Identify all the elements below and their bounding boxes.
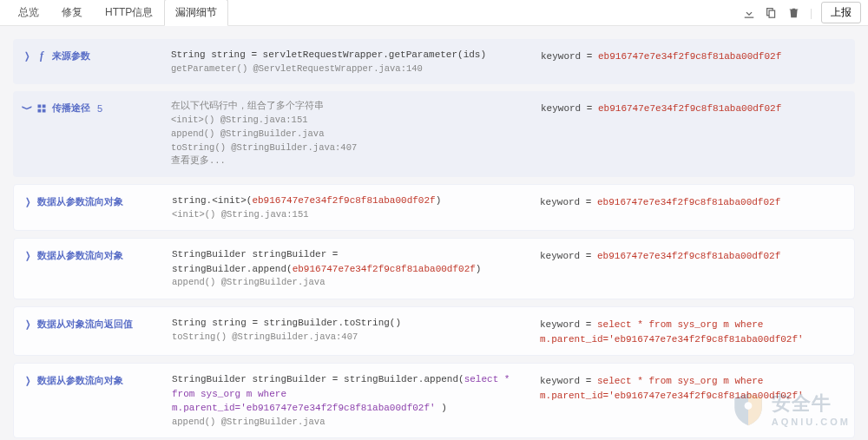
- row-dataflow[interactable]: ❯ 数据从参数流向对象 StringBuilder stringBuilder …: [13, 363, 855, 438]
- chevron-right-icon: ❯: [25, 250, 30, 261]
- row-dataflow[interactable]: ❯ 数据从参数流向对象 StringBuilder stringBuilder …: [13, 238, 855, 299]
- copy-icon[interactable]: [765, 6, 779, 20]
- code-line: <init>() @String.java:151: [171, 114, 523, 128]
- delete-icon[interactable]: [787, 6, 801, 20]
- svg-rect-1: [769, 10, 775, 17]
- row-title: 数据从参数流向对象: [37, 374, 123, 387]
- keyword-cell: keyword = eb916747e7e34f2f9c8f81aba00df0…: [540, 194, 844, 210]
- row-title: 数据从对象流向返回值: [37, 318, 133, 331]
- code-sub: <init>() @String.java:151: [172, 208, 523, 222]
- vuln-detail-panel: ❯ f 来源参数 String string = servletRequestW…: [0, 26, 868, 440]
- row-propagation[interactable]: ❯ 传播途径 5 在以下代码行中，组合了多个字符串 <init>() @Stri…: [13, 91, 855, 177]
- tab-bar: 总览 修复 HTTP信息 漏洞细节: [7, 0, 228, 26]
- report-button[interactable]: 上报: [821, 2, 861, 23]
- row-source-param[interactable]: ❯ f 来源参数 String string = servletRequestW…: [13, 39, 855, 84]
- keyword-cell: keyword = select * from sys_org m where …: [540, 316, 844, 346]
- code-line: 在以下代码行中，组合了多个字符串: [171, 100, 523, 114]
- download-icon[interactable]: [742, 6, 756, 20]
- code-line: toString() @StringBuilder.java:407: [171, 141, 523, 155]
- chevron-down-icon: ❯: [22, 106, 33, 111]
- code-line: String string = servletRequestWrapper.ge…: [171, 48, 523, 62]
- chevron-right-icon: ❯: [25, 319, 30, 330]
- code-line: StringBuilder stringBuilder = stringBuil…: [172, 247, 523, 276]
- keyword-cell: keyword = eb916747e7e34f2f9c8f81aba00df0…: [540, 247, 844, 264]
- function-icon: f: [36, 51, 47, 62]
- row-title: 传播途径: [52, 102, 90, 115]
- row-title: 数据从参数流向对象: [37, 249, 123, 262]
- propagation-icon: [36, 103, 47, 114]
- row-dataflow-return[interactable]: ❯ 数据从对象流向返回值 String string = stringBuild…: [13, 306, 855, 356]
- code-sub: append() @StringBuilder.java: [172, 416, 523, 430]
- tab-repair[interactable]: 修复: [50, 0, 94, 26]
- chevron-right-icon: ❯: [24, 50, 30, 62]
- top-bar: 总览 修复 HTTP信息 漏洞细节 | 上报: [0, 0, 868, 26]
- tab-overview[interactable]: 总览: [7, 0, 50, 26]
- row-dataflow[interactable]: ❯ 数据从参数流向对象 string.<init>(eb916747e7e34f…: [13, 184, 855, 231]
- row-title: 来源参数: [52, 49, 90, 62]
- tab-http[interactable]: HTTP信息: [94, 0, 164, 26]
- code-line: string.<init>(eb916747e7e34f2f9c8f81aba0…: [172, 194, 523, 208]
- code-sub: append() @StringBuilder.java: [172, 276, 523, 290]
- keyword-cell: keyword = select * from sys_org m where …: [540, 372, 844, 403]
- tab-vuln-detail[interactable]: 漏洞细节: [164, 0, 228, 26]
- code-sub: toString() @StringBuilder.java:407: [172, 331, 523, 345]
- chevron-right-icon: ❯: [25, 375, 30, 386]
- topbar-actions: | 上报: [742, 2, 861, 23]
- code-sub: getParameter() @ServletRequestWrapper.ja…: [171, 62, 523, 76]
- keyword-cell: keyword = eb916747e7e34f2f9c8f81aba00df0…: [541, 48, 845, 64]
- show-more-link[interactable]: 查看更多...: [171, 154, 523, 168]
- code-line: String string = stringBuilder.toString(): [172, 316, 523, 331]
- code-line: append() @StringBuilder.java: [171, 128, 523, 141]
- code-line: StringBuilder stringBuilder = stringBuil…: [172, 372, 523, 416]
- row-title: 数据从参数流向对象: [37, 195, 123, 208]
- row-count: 5: [97, 103, 102, 114]
- chevron-right-icon: ❯: [25, 196, 30, 207]
- keyword-cell: keyword = eb916747e7e34f2f9c8f81aba00df0…: [541, 100, 845, 116]
